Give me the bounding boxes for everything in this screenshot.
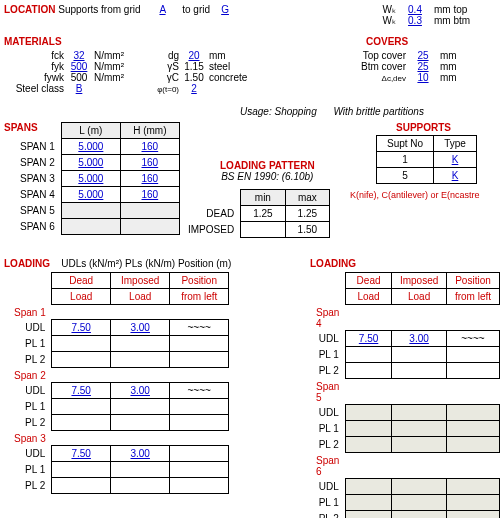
usage-label: Usage: Shopping [240,106,317,117]
fywk-unit: N/mm² [94,72,124,83]
supports-table: Supt NoType 1K 5K [376,135,477,184]
loading-sub: UDLs (kN/m²) PLs (kN/m) Position (m) [61,258,231,269]
dead-val[interactable]: 7.50 [71,322,90,333]
imp-val[interactable]: 3.00 [409,333,428,344]
imp-val[interactable]: 3.00 [130,385,149,396]
span-row-1: SPAN 15.000160 [14,139,179,155]
pl1-label: PL 1 [8,399,52,415]
wk-btm-sym: Wₖ [383,15,396,26]
fck-unit: N/mm² [94,50,124,61]
supt-1-n: 1 [402,154,408,165]
udl-label: UDL [310,331,345,347]
steel-val[interactable]: B [76,83,83,94]
span-row-5: SPAN 5 [14,203,179,219]
to-grid-label: to grid [182,4,210,15]
pattern-dead-max: 1.25 [298,208,317,219]
span-row-6: SPAN 6 [14,219,179,235]
supports-heading: SUPPORTS [396,122,451,133]
supports-note: K(nife), C(antilever) or E(ncastre [350,190,480,200]
span-label: Span 1 [8,305,52,320]
pl2-label: PL 2 [310,511,345,519]
span-row-3: SPAN 35.000160 [14,171,179,187]
btm-cover-val[interactable]: 25 [417,61,428,72]
wk-top-sym: Wₖ [383,4,396,15]
dcdev-val[interactable]: 10 [417,72,428,83]
btm-cover-unit: mm [440,61,457,72]
pattern-dead-label: DEAD [206,208,234,219]
wk-btm-unit: mm btm [434,15,470,26]
pattern-imp-max: 1.50 [298,224,317,235]
wk-top-val[interactable]: 0.4 [408,4,422,15]
phi-val[interactable]: 2 [191,83,197,94]
gc-label: γC [167,72,179,83]
steel-label: Steel class [16,83,64,94]
covers-heading: COVERS [366,36,408,47]
gs-val: 1.15 [184,61,203,72]
pl2-label: PL 2 [8,478,52,494]
pl2-label: PL 2 [8,415,52,431]
udl-label: UDL [8,320,52,336]
supt-2-t[interactable]: K [452,170,459,181]
pl2-label: PL 2 [310,363,345,379]
pl1-label: PL 1 [8,336,52,352]
grid-to[interactable]: G [221,4,229,15]
fck-val[interactable]: 32 [73,50,84,61]
pl1-label: PL 1 [310,347,345,363]
udl-label: UDL [310,479,345,495]
loading-left-container: DeadImposedPositionLoadLoadfrom leftSpan… [8,272,229,494]
pattern-max: max [298,192,317,203]
covers-table: Top cover 25 mm Btm cover 25 mm Δc,dev 1… [348,50,457,83]
loading-right-container: DeadImposedPositionLoadLoadfrom leftSpan… [310,272,500,518]
span-label: Span 2 [8,368,52,383]
udl-label: UDL [310,405,345,421]
imp-val[interactable]: 3.00 [130,448,149,459]
gc-val: 1.50 [184,72,203,83]
materials-heading: MATERIALS [4,36,62,47]
dead-val[interactable]: 7.50 [71,385,90,396]
loading-heading-left: LOADING [4,258,50,269]
materials-table: fck 32 N/mm² dg 20 mm fyk 500 N/mm² γS 1… [4,50,247,94]
loading-heading-right: LOADING [310,258,356,269]
dcdev-label: Δc,dev [382,74,406,83]
pattern-heading: LOADING PATTERN [220,160,315,171]
spans-table: L (m) H (mm) SPAN 15.000160 SPAN 25.0001… [14,122,180,235]
usage-partitions: With brittle partitions [333,106,424,117]
span-label: Span 4 [310,305,345,331]
dead-val[interactable]: 7.50 [359,333,378,344]
supt-col1: Supt No [387,138,423,149]
dead-val[interactable]: 7.50 [71,448,90,459]
fck-label: fck [51,50,64,61]
dg-unit: mm [209,50,226,61]
supt-2-n: 5 [402,170,408,181]
top-cover-unit: mm [440,50,457,61]
udl-label: UDL [8,383,52,399]
supt-1-t[interactable]: K [452,154,459,165]
btm-cover-label: Btm cover [361,61,406,72]
fywk-val: 500 [71,72,88,83]
gs-label: γS [167,61,179,72]
fyk-val[interactable]: 500 [71,61,88,72]
span-row-4: SPAN 45.000160 [14,187,179,203]
pl1-label: PL 1 [310,421,345,437]
pl2-label: PL 2 [8,352,52,368]
pattern-dead-min: 1.25 [253,208,272,219]
spans-col-l: L (m) [79,125,102,136]
pattern-imp-label: IMPOSED [188,224,234,235]
gs-unit: steel [209,61,230,72]
fyk-unit: N/mm² [94,61,124,72]
pl2-label: PL 2 [310,437,345,453]
pl1-label: PL 1 [8,462,52,478]
dg-val[interactable]: 20 [188,50,199,61]
grid-from[interactable]: A [159,4,165,15]
fywk-label: fywk [44,72,64,83]
dg-label: dg [168,50,179,61]
gc-unit: concrete [209,72,247,83]
supt-col2: Type [444,138,466,149]
phi-label: φ(t=0) [157,85,179,94]
spans-col-h: H (mm) [133,125,166,136]
pattern-note: BS EN 1990: (6.10b) [220,171,315,182]
top-cover-val[interactable]: 25 [417,50,428,61]
pattern-table: minmax DEAD1.251.25 IMPOSED1.50 [176,189,330,238]
wk-btm-val[interactable]: 0.3 [408,15,422,26]
imp-val[interactable]: 3.00 [130,322,149,333]
